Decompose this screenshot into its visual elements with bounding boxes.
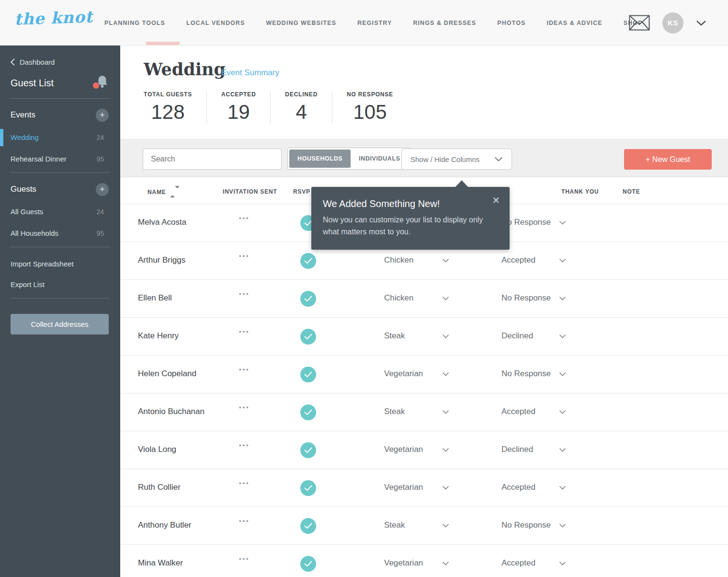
nav-item-planning-tools[interactable]: PLANNING TOOLS	[104, 20, 165, 26]
chevron-down-icon	[442, 523, 449, 528]
nav-item-registry[interactable]: REGISTRY	[357, 20, 392, 26]
sidebar-section-guests: Guests +	[0, 185, 120, 194]
mail-icon[interactable]	[629, 15, 650, 31]
nav-item-rings-dresses[interactable]: RINGS & DRESSES	[413, 20, 476, 26]
collect-addresses-button[interactable]: Collect Addresses	[11, 314, 109, 335]
invitation-sent-menu[interactable]: •••	[239, 404, 250, 411]
item-count: 95	[96, 230, 104, 237]
sidebar-item-all-households[interactable]: All Households 95	[0, 229, 120, 237]
guest-table-body: Melva Acosta ••• No Response	[120, 204, 728, 577]
guest-name: Ruth Collier	[138, 483, 181, 492]
add-event-button[interactable]: +	[96, 109, 109, 122]
sidebar-title-row: Guest List	[0, 78, 120, 89]
sidebar-item-label: All Guests	[11, 208, 43, 216]
sidebar-divider	[11, 247, 110, 247]
rsvp-check-icon[interactable]	[300, 442, 316, 458]
chevron-down-icon	[559, 561, 566, 565]
column-header-rsvp: RSVP	[293, 188, 310, 195]
guest-list-title: Guest List	[11, 78, 54, 89]
invitation-sent-menu[interactable]: •••	[239, 480, 250, 487]
nav-item-photos[interactable]: PHOTOS	[497, 20, 525, 26]
notification-bell-icon[interactable]	[96, 75, 109, 88]
sidebar-item-all-guests[interactable]: All Guests 24	[0, 208, 120, 216]
meal-value: Vegetarian	[384, 483, 461, 492]
item-count: 95	[96, 155, 104, 163]
invitation-sent-menu[interactable]: •••	[239, 215, 250, 222]
event-summary-link[interactable]: Event Summary	[221, 68, 279, 78]
stat-label: DECLINED	[285, 91, 318, 98]
chevron-down-icon	[442, 410, 449, 414]
avatar[interactable]: KS	[662, 12, 683, 34]
toggle-households[interactable]: HOUSEHOLDS	[289, 150, 351, 168]
meal-value: Vegetarian	[384, 369, 461, 379]
guest-list-page: the knot PLANNING TOOLS LOCAL VENDORS WE…	[0, 0, 728, 577]
column-header-name[interactable]: NAME	[148, 188, 180, 196]
rsvp-check-icon[interactable]	[300, 556, 316, 572]
rsvp-status-value: Accepted	[501, 407, 578, 416]
tooltip-title: We Added Something New!	[323, 198, 497, 209]
invitation-sent-menu[interactable]: •••	[239, 290, 250, 298]
stat-value: 19	[221, 101, 256, 124]
show-hide-columns-dropdown[interactable]: Show / Hide Columns	[401, 149, 512, 170]
invitation-sent-menu[interactable]: •••	[239, 366, 250, 373]
close-icon[interactable]: ✕	[492, 195, 500, 206]
rsvp-status-value: Accepted	[501, 255, 578, 265]
sidebar-item-label: Wedding	[11, 133, 39, 141]
rsvp-status-value: Declined	[501, 445, 578, 454]
item-count: 24	[96, 134, 104, 141]
rsvp-check-icon[interactable]	[300, 291, 316, 307]
column-header-thank-you: THANK YOU	[561, 188, 599, 195]
guest-row: Ellen Bell ••• Chicken No Response	[120, 280, 728, 318]
meal-value: Steak	[384, 331, 461, 341]
invitation-sent-menu[interactable]: •••	[239, 555, 250, 563]
new-feature-tooltip: We Added Something New! Now you can cust…	[311, 187, 510, 250]
toggle-individuals[interactable]: INDIVIDUALS	[351, 150, 408, 168]
search-input[interactable]	[143, 149, 282, 170]
nav-item-ideas-advice[interactable]: IDEAS & ADVICE	[546, 20, 602, 26]
meal-value: Steak	[384, 407, 461, 416]
chevron-down-icon	[442, 372, 449, 376]
guest-name: Ellen Bell	[138, 293, 172, 303]
rsvp-check-icon[interactable]	[300, 329, 316, 345]
meal-value: Chicken	[384, 293, 461, 303]
top-nav: the knot PLANNING TOOLS LOCAL VENDORS WE…	[0, 0, 728, 46]
invitation-sent-menu[interactable]: •••	[239, 442, 250, 449]
guest-row: Mina Walker ••• Vegetarian Accepted	[120, 545, 728, 577]
guest-row: Antonio Buchanan ••• Steak Accepted	[120, 393, 728, 431]
rsvp-status-value: No Response	[501, 369, 578, 379]
nav-item-wedding-websites[interactable]: WEDDING WEBSITES	[266, 20, 336, 26]
account-chevron-down-icon[interactable]	[696, 20, 706, 26]
rsvp-check-icon[interactable]	[300, 480, 316, 496]
invitation-sent-menu[interactable]: •••	[239, 253, 250, 260]
chevron-down-icon	[559, 220, 566, 225]
sidebar-back-dashboard[interactable]: Dashboard	[0, 58, 120, 66]
export-list-link[interactable]: Export List	[0, 280, 120, 288]
sidebar-item-rehearsal-dinner[interactable]: Rehearsal Dinner 95	[0, 155, 120, 163]
rsvp-status-value: No Response	[501, 520, 578, 530]
rsvp-status-value: No Response	[501, 218, 578, 227]
invitation-sent-menu[interactable]: •••	[239, 518, 250, 525]
rsvp-status-value: Accepted	[501, 558, 578, 568]
page-title: Wedding	[144, 59, 226, 79]
chevron-down-icon	[442, 561, 449, 565]
nav-item-local-vendors[interactable]: LOCAL VENDORS	[186, 20, 245, 26]
back-label: Dashboard	[20, 58, 55, 66]
import-spreadsheet-link[interactable]: Import Spreadsheet	[0, 260, 120, 268]
guest-row: Ruth Collier ••• Vegetarian Accepted	[120, 469, 728, 507]
rsvp-check-icon[interactable]	[300, 404, 316, 420]
invitation-sent-menu[interactable]: •••	[239, 328, 250, 335]
sidebar-item-wedding[interactable]: Wedding 24	[0, 133, 120, 141]
chevron-down-icon	[494, 157, 503, 162]
the-knot-logo[interactable]: the knot	[14, 7, 93, 29]
add-guest-button[interactable]: +	[96, 183, 109, 196]
guest-name: Helen Copeland	[138, 369, 196, 379]
cutoff-red-banner	[146, 42, 180, 45]
new-guest-button[interactable]: + New Guest	[624, 149, 712, 170]
rsvp-check-icon[interactable]	[300, 367, 316, 382]
sidebar: Dashboard Guest List Events + Wedding 24…	[0, 46, 120, 577]
column-header-invitation-sent: INVITATION SENT	[223, 188, 277, 195]
rsvp-check-icon[interactable]	[300, 518, 316, 534]
sidebar-item-label: Rehearsal Dinner	[11, 155, 67, 163]
rsvp-check-icon[interactable]	[300, 253, 316, 269]
columns-dropdown-label: Show / Hide Columns	[410, 155, 479, 163]
